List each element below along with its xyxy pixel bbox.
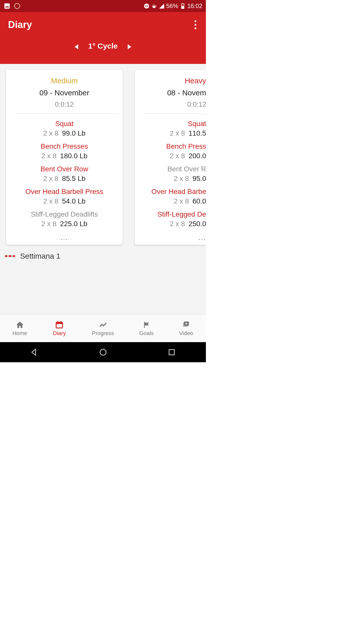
svg-rect-11 <box>61 321 62 323</box>
calendar-icon <box>55 320 64 329</box>
status-bar: x 56% 16:02 <box>0 0 206 12</box>
exercise-row: Bent Over Row 2 x 885.5 Lb <box>13 165 116 183</box>
sync-notification-icon <box>14 3 21 10</box>
workout-timer: 0:0:12 <box>143 101 206 114</box>
recents-button[interactable] <box>167 348 176 357</box>
workout-card-medium[interactable]: Medium 09 - November 0:0:12 Squat 2 x 89… <box>6 70 123 245</box>
exercise-name: Squat <box>13 120 116 128</box>
workout-cards[interactable]: Medium 09 - November 0:0:12 Squat 2 x 89… <box>0 64 206 251</box>
svg-rect-6 <box>182 3 183 4</box>
exercise-name: Stiff-Legged De <box>140 210 206 218</box>
android-nav-bar <box>0 342 206 362</box>
exercise-row: Squat 2 x 899.0 Lb <box>13 120 116 137</box>
battery-percent: 56% <box>166 3 178 10</box>
nav-diary[interactable]: Diary <box>40 315 79 342</box>
exercise-name: Over Head Barbell Press <box>13 188 116 196</box>
exercise-sets: 2 x 8 <box>174 197 189 205</box>
battery-icon <box>180 3 186 9</box>
exercise-row: Stiff-Legged De 2 x 8250.0 <box>140 210 206 228</box>
exercise-sets: 2 x 8 <box>170 129 185 137</box>
bottom-nav: Home Diary Progress Goals Video <box>0 314 206 342</box>
nav-progress[interactable]: Progress <box>79 315 127 342</box>
home-button[interactable] <box>99 348 108 357</box>
exercise-sets: 2 x 8 <box>43 197 59 205</box>
status-left <box>4 3 21 10</box>
intensity-label: Medium <box>13 76 116 85</box>
workout-card-heavy[interactable]: Heavy 08 - Novem 0:0:12 Squat 2 x 8110.5… <box>135 70 206 245</box>
exercise-weight: 99.0 Lb <box>62 129 85 137</box>
more-exercises-icon[interactable]: ... <box>13 233 116 242</box>
exercise-sets: 2 x 8 <box>170 220 185 228</box>
page-indicator-icon <box>5 255 15 257</box>
exercise-row: Squat 2 x 8110.5 <box>140 120 206 137</box>
exercise-sets: 2 x 8 <box>43 175 59 182</box>
exercise-sets: 2 x 8 <box>170 152 185 160</box>
exercise-row: Over Head Barbe 2 x 860.0 <box>140 188 206 205</box>
exercise-row: Bench Press 2 x 8200.0 <box>140 142 206 160</box>
exercise-name: Stiff-Legged Deadlifts <box>13 210 116 218</box>
flag-icon <box>142 320 151 329</box>
nav-label: Home <box>12 330 27 337</box>
nav-label: Goals <box>139 330 154 337</box>
main-content: Medium 09 - November 0:0:12 Squat 2 x 89… <box>0 64 206 314</box>
exercise-weight: 225.0 Lb <box>60 220 87 228</box>
more-exercises-icon[interactable]: ... <box>140 233 206 242</box>
next-cycle-button[interactable] <box>128 44 131 49</box>
exercise-weight: 54.0 Lb <box>62 197 85 205</box>
cycle-label: 1° Cycle <box>88 42 118 50</box>
home-icon <box>16 320 24 329</box>
exercise-name: Bench Press <box>140 142 206 150</box>
exercise-weight: 200.0 <box>189 152 206 160</box>
svg-rect-10 <box>57 321 58 323</box>
nav-label: Video <box>179 330 193 337</box>
workout-date: 08 - Novem <box>140 89 206 97</box>
exercise-row: Over Head Barbell Press 2 x 854.0 Lb <box>13 188 116 205</box>
exercise-name: Squat <box>140 120 206 128</box>
dnd-icon <box>144 3 150 9</box>
page-title: Diary <box>8 19 32 30</box>
photo-notification-icon <box>4 3 11 10</box>
wifi-icon <box>151 3 157 9</box>
exercise-weight: 250.0 <box>189 220 206 228</box>
week-label: Settimana 1 <box>20 252 60 260</box>
week-selector[interactable]: Settimana 1 <box>0 251 206 261</box>
nav-goals[interactable]: Goals <box>127 315 166 342</box>
exercise-weight: 180.0 Lb <box>60 152 87 160</box>
prev-cycle-button[interactable] <box>75 44 78 49</box>
exercise-weight: 85.5 Lb <box>62 175 85 182</box>
exercise-row: Bench Presses 2 x 8180.0 Lb <box>13 142 116 160</box>
status-right: x 56% 16:02 <box>144 3 202 10</box>
nav-label: Diary <box>53 330 66 337</box>
nav-home[interactable]: Home <box>0 315 40 342</box>
back-button[interactable] <box>30 348 39 357</box>
workout-timer: 0:0:12 <box>13 101 116 114</box>
exercise-sets: 2 x 8 <box>43 129 59 137</box>
exercise-name: Bent Over R <box>140 165 206 173</box>
overflow-menu-button[interactable] <box>192 20 199 30</box>
svg-rect-15 <box>169 350 174 355</box>
svg-rect-3 <box>145 6 148 7</box>
progress-icon <box>99 320 107 329</box>
exercise-weight: 110.5 <box>189 129 206 137</box>
exercise-sets: 2 x 8 <box>174 175 189 182</box>
exercise-weight: 60.0 <box>193 197 206 205</box>
svg-point-1 <box>15 4 20 9</box>
svg-rect-9 <box>56 322 63 324</box>
app-bar: Diary 1° Cycle <box>0 12 206 64</box>
svg-point-14 <box>100 349 106 355</box>
exercise-name: Over Head Barbe <box>140 188 206 196</box>
exercise-name: Bench Presses <box>13 142 116 150</box>
cycle-selector: 1° Cycle <box>0 37 206 64</box>
nav-video[interactable]: Video <box>166 315 206 342</box>
clock: 16:02 <box>187 3 202 10</box>
workout-date: 09 - November <box>13 89 116 97</box>
signal-icon: x <box>159 3 165 9</box>
exercise-weight: 95.0 <box>193 175 206 182</box>
intensity-label: Heavy <box>140 76 206 85</box>
exercise-sets: 2 x 8 <box>41 220 57 228</box>
video-icon <box>182 320 190 329</box>
exercise-row: Stiff-Legged Deadlifts 2 x 8225.0 Lb <box>13 210 116 228</box>
svg-text:x: x <box>163 3 164 6</box>
exercise-sets: 2 x 8 <box>41 152 57 160</box>
exercise-name: Bent Over Row <box>13 165 116 173</box>
